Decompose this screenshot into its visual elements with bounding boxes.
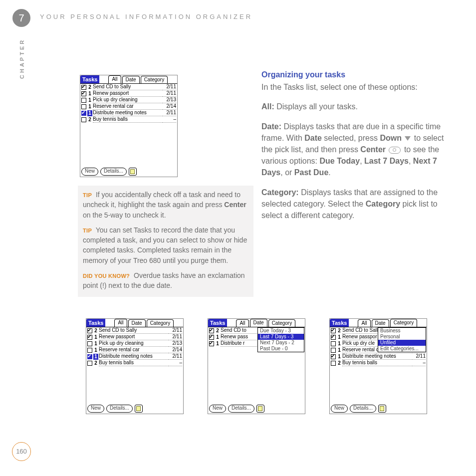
task-description: Send CD to Sally bbox=[99, 327, 168, 334]
date-dropdown[interactable]: Due Today - 3Last 7 Days - 3Next 7 Days … bbox=[257, 327, 304, 352]
task-checkbox[interactable] bbox=[87, 341, 92, 346]
task-checkbox[interactable] bbox=[81, 85, 86, 90]
task-row[interactable]: 1Reserve rental car2/14 bbox=[81, 103, 176, 110]
down-arrow-icon bbox=[405, 136, 411, 141]
details-button[interactable]: Details... bbox=[228, 405, 254, 413]
tab-category[interactable]: Category bbox=[141, 76, 168, 83]
task-checkbox[interactable] bbox=[81, 98, 86, 103]
task-checkbox[interactable] bbox=[87, 361, 92, 366]
task-checkbox[interactable] bbox=[87, 348, 92, 353]
task-row[interactable]: 2Send CD to Sally2/11 bbox=[87, 327, 182, 334]
task-checkbox[interactable] bbox=[209, 341, 214, 346]
task-priority: 1 bbox=[93, 341, 98, 347]
task-date: 2/11 bbox=[162, 90, 176, 97]
task-date: 2/11 bbox=[162, 84, 176, 90]
task-description: Send CD to Sally bbox=[93, 84, 162, 90]
details-button[interactable]: Details... bbox=[350, 405, 376, 413]
task-checkbox[interactable] bbox=[87, 354, 92, 359]
note-icon[interactable] bbox=[129, 168, 137, 176]
dropdown-option[interactable]: Edit Categories... bbox=[378, 346, 426, 352]
task-checkbox[interactable] bbox=[331, 348, 336, 353]
task-date: 2/13 bbox=[168, 340, 182, 347]
dropdown-option[interactable]: Due Today - 3 bbox=[258, 328, 304, 334]
tab-all[interactable]: All bbox=[358, 319, 370, 327]
task-checkbox[interactable] bbox=[87, 328, 92, 333]
task-row[interactable]: 1Renew passport2/11 bbox=[87, 334, 182, 340]
dropdown-option[interactable]: Unfiled bbox=[378, 340, 426, 346]
tab-all[interactable]: All bbox=[114, 319, 127, 327]
tab-date[interactable]: Date bbox=[122, 76, 140, 83]
tab-date[interactable]: Date bbox=[372, 319, 389, 327]
task-checkbox[interactable] bbox=[209, 328, 214, 333]
task-row[interactable]: 1Distribute meeting notes2/11 bbox=[87, 353, 182, 360]
task-row[interactable]: 2Buy tennis balls– bbox=[331, 360, 426, 366]
dropdown-option[interactable]: Personal bbox=[378, 334, 426, 340]
tip-label: TIP bbox=[83, 192, 92, 198]
task-checkbox[interactable] bbox=[331, 361, 336, 366]
details-button[interactable]: Details... bbox=[106, 405, 133, 413]
task-priority: 2 bbox=[87, 117, 92, 123]
palm-title: Tasks bbox=[80, 75, 99, 83]
task-date: 2/11 bbox=[412, 353, 426, 360]
new-button[interactable]: New bbox=[87, 405, 104, 413]
tab-date[interactable]: Date bbox=[128, 319, 146, 327]
tip-label: TIP bbox=[83, 228, 92, 234]
task-checkbox[interactable] bbox=[81, 117, 86, 122]
chapter-badge: 7 bbox=[12, 9, 30, 27]
tab-date[interactable]: Date bbox=[250, 319, 267, 327]
task-priority: 2 bbox=[215, 328, 220, 334]
task-priority: 2 bbox=[337, 360, 342, 366]
dropdown-option[interactable]: Last 7 Days - 3 bbox=[258, 334, 304, 340]
task-checkbox[interactable] bbox=[331, 341, 336, 346]
palm-title: Tasks bbox=[330, 319, 349, 327]
tab-all[interactable]: All bbox=[236, 319, 248, 327]
intro-text: In the Tasks list, select one of these o… bbox=[261, 81, 456, 93]
task-checkbox[interactable] bbox=[331, 335, 336, 340]
task-date: – bbox=[412, 360, 426, 366]
palm-title: Tasks bbox=[86, 319, 105, 327]
task-checkbox[interactable] bbox=[81, 91, 86, 96]
tasks-screenshot-category: Tasks All Date Category 2Send CD to Sall… bbox=[329, 318, 427, 414]
note-icon[interactable] bbox=[378, 405, 386, 413]
tip1-bold: Center bbox=[224, 201, 246, 209]
task-priority: 2 bbox=[93, 328, 98, 334]
task-row[interactable]: 1Distribute meeting notes2/11 bbox=[331, 353, 426, 360]
task-description: Renew passport bbox=[93, 90, 162, 97]
task-row[interactable]: 2Buy tennis balls– bbox=[87, 360, 182, 366]
task-row[interactable]: 2Send CD to Sally2/11 bbox=[81, 84, 176, 90]
tasks-screenshot-all: Tasks All Date Category 2Send CD to Sall… bbox=[86, 318, 184, 414]
tab-all[interactable]: All bbox=[108, 75, 121, 83]
tasks-screenshot-date: Tasks All Date Category 2Send CD to1Rene… bbox=[208, 318, 305, 414]
dropdown-option[interactable]: Past Due - 0 bbox=[258, 346, 304, 352]
task-description: Reserve rental car bbox=[93, 103, 162, 110]
chapter-side-label: CHAPTER bbox=[19, 38, 25, 79]
note-icon[interactable] bbox=[135, 405, 143, 413]
tab-category[interactable]: Category bbox=[147, 319, 174, 327]
new-button[interactable]: New bbox=[209, 405, 226, 413]
new-button[interactable]: New bbox=[331, 405, 348, 413]
task-priority: 1 bbox=[337, 354, 342, 360]
task-priority: 2 bbox=[93, 360, 98, 366]
task-row[interactable]: 1Reserve rental car2/14 bbox=[87, 347, 182, 353]
task-priority: 1 bbox=[87, 97, 92, 103]
task-row[interactable]: 1Pick up dry cleaning2/13 bbox=[81, 97, 176, 103]
tab-category[interactable]: Category bbox=[268, 319, 296, 327]
new-button[interactable]: New bbox=[81, 168, 98, 176]
task-checkbox[interactable] bbox=[81, 111, 86, 116]
task-row[interactable]: 2Buy tennis balls– bbox=[81, 116, 176, 123]
task-row[interactable]: 1Renew passport2/11 bbox=[81, 90, 176, 97]
details-button[interactable]: Details... bbox=[100, 168, 127, 176]
dropdown-option[interactable]: Business bbox=[378, 328, 426, 334]
task-checkbox[interactable] bbox=[81, 104, 86, 109]
dropdown-option[interactable]: Next 7 Days - 2 bbox=[258, 340, 304, 346]
center-button-icon bbox=[389, 147, 401, 154]
task-checkbox[interactable] bbox=[331, 328, 336, 333]
task-checkbox[interactable] bbox=[331, 354, 336, 359]
task-row[interactable]: 1Pick up dry cleaning2/13 bbox=[87, 340, 182, 347]
note-icon[interactable] bbox=[256, 405, 264, 413]
task-row[interactable]: 1Distribute meeting notes2/11 bbox=[81, 110, 176, 116]
tab-category[interactable]: Category bbox=[390, 319, 418, 327]
task-checkbox[interactable] bbox=[87, 335, 92, 340]
task-checkbox[interactable] bbox=[209, 335, 214, 340]
category-dropdown[interactable]: BusinessPersonalUnfiledEdit Categories..… bbox=[378, 327, 426, 352]
